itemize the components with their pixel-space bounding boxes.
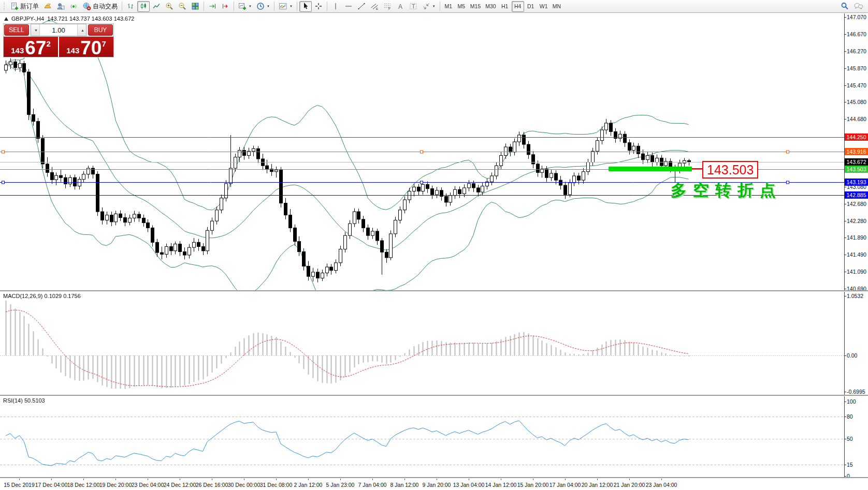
trendline-icon <box>357 2 366 10</box>
chevron-down-icon: ▼ <box>267 5 270 8</box>
pane-separator[interactable] <box>0 395 868 396</box>
tile-windows-button[interactable] <box>189 1 201 12</box>
macd-pane-canvas[interactable] <box>0 291 844 395</box>
price-tick-mark <box>844 51 846 52</box>
price-callout-box[interactable]: 143.503 <box>702 161 758 179</box>
time-axis-label: 14 Jan 12:00 <box>485 482 517 488</box>
fibonacci-button[interactable]: F <box>381 1 394 12</box>
market-watch-button[interactable] <box>41 1 54 12</box>
new-order-button[interactable]: 新订单 <box>8 1 41 12</box>
chat-button[interactable] <box>851 1 866 12</box>
time-axis-label: 13 Jan 04:00 <box>453 482 485 488</box>
price-tick-mark <box>844 237 846 238</box>
auto-scroll-icon <box>208 2 216 10</box>
price-chart-canvas[interactable] <box>0 13 844 291</box>
sell-point: 2 <box>46 40 50 48</box>
time-axis-label: 23 Dec 04:00 <box>132 482 164 488</box>
macd-tick-mark <box>844 296 846 296</box>
text-label-button[interactable]: T <box>407 1 419 12</box>
crosshair-button[interactable] <box>312 1 325 12</box>
candlestick-chart-button[interactable] <box>137 1 150 12</box>
time-axis-label: 15 Dec 2019 <box>4 482 35 488</box>
time-axis-label: 21 Jan 20:00 <box>614 482 645 488</box>
toolbar-grip <box>4 2 6 10</box>
text-a-icon: A <box>397 2 404 10</box>
timeframe-mn-button[interactable]: MN <box>551 1 563 12</box>
search-icon <box>841 2 849 10</box>
zoom-in-button[interactable] <box>163 1 176 12</box>
price-tick-label: 146.670 <box>847 31 866 37</box>
time-axis-label: 7 Jan 04:00 <box>358 482 387 488</box>
timeframe-m1-button[interactable]: M1 <box>442 1 455 12</box>
indicators-icon <box>279 2 287 10</box>
timeframe-m5-button[interactable]: M5 <box>455 1 468 12</box>
rsi-pane-canvas[interactable] <box>0 396 844 478</box>
new-chart-icon <box>238 2 247 10</box>
timeframe-m30-button[interactable]: M30 <box>483 1 498 12</box>
indicators-button[interactable]: ▼ <box>277 1 295 12</box>
signals-button[interactable] <box>67 1 80 12</box>
time-axis-label: 15 Jan 20:00 <box>517 482 549 488</box>
svg-text:A: A <box>398 3 402 10</box>
sell-button[interactable]: SELL <box>4 24 29 36</box>
pane-separator[interactable] <box>0 290 868 292</box>
profile-button[interactable] <box>54 1 67 12</box>
new-order-label: 新订单 <box>20 2 39 11</box>
line-chart-button[interactable] <box>150 1 163 12</box>
price-tick-label: 141.490 <box>847 251 866 258</box>
price-tick-label: 145.870 <box>847 65 866 71</box>
arrows-button[interactable]: ▼ <box>420 1 438 12</box>
macd-tick-label: 1.0532 <box>847 293 863 299</box>
zoom-out-button[interactable] <box>176 1 189 12</box>
rsi-tick-label: 50 <box>847 436 853 442</box>
price-badge: 142.885 <box>845 191 868 199</box>
auto-trading-button[interactable]: 自动交易 <box>80 1 120 12</box>
timeframe-h4-button[interactable]: H4 <box>512 1 524 12</box>
bar-chart-button[interactable] <box>124 1 137 12</box>
volume-decrease-button[interactable]: ▼ <box>31 24 40 36</box>
price-tick-label: 142.680 <box>847 201 866 207</box>
timeframe-h1-button[interactable]: H1 <box>499 1 511 12</box>
support-highlight-bar[interactable] <box>609 167 692 171</box>
horizontal-line-button[interactable] <box>342 1 355 12</box>
time-axis-label: 23 Jan 04:00 <box>646 482 677 488</box>
trendline-button[interactable] <box>355 1 368 12</box>
chart-shift-button[interactable] <box>219 1 232 12</box>
text-button[interactable]: A <box>394 1 407 12</box>
sell-price-panel[interactable]: 143 67 2 <box>4 37 58 57</box>
time-axis-label: 17 Jan 04:00 <box>549 482 581 488</box>
auto-scroll-button[interactable] <box>206 1 219 12</box>
vertical-line-button[interactable] <box>329 1 342 12</box>
timeframe-d1-button[interactable]: D1 <box>525 1 537 12</box>
volume-increase-button[interactable]: ▲ <box>77 24 86 36</box>
pivot-note-text[interactable]: 多空转折点 <box>671 180 782 201</box>
channel-icon: E <box>370 2 379 10</box>
equidistant-channel-button[interactable]: E <box>368 1 381 12</box>
volume-input[interactable] <box>40 26 77 35</box>
chart-title: GBPJPY-,H4 143.721 143.737 143.603 143.6… <box>4 16 134 22</box>
svg-text:E: E <box>376 7 378 10</box>
cursor-button[interactable] <box>299 1 312 12</box>
sell-big-figure: 143 <box>11 47 24 54</box>
price-tick-mark <box>844 255 846 255</box>
time-axis-label: 5 Jan 23:00 <box>326 482 355 488</box>
time-axis-label: 18 Dec 12:00 <box>67 482 99 488</box>
price-tick-mark <box>844 68 846 69</box>
price-tick-label: 141.090 <box>847 269 866 275</box>
search-button[interactable] <box>838 1 851 12</box>
bar-chart-icon <box>126 2 135 10</box>
toolbar-separator <box>234 2 234 11</box>
buy-button[interactable]: BUY <box>88 24 113 36</box>
tile-windows-icon <box>191 2 199 10</box>
text-label-icon: T <box>409 2 417 10</box>
new-chart-button[interactable]: ▼ <box>236 1 254 12</box>
time-axis-label: 30 Dec 00:00 <box>228 482 260 488</box>
timeframe-w1-button[interactable]: W1 <box>538 1 550 12</box>
collapse-icon[interactable] <box>4 17 8 21</box>
periods-button[interactable]: ▼ <box>254 1 272 12</box>
toolbar: 新订单 自动交易 <box>0 0 868 13</box>
time-axis-label: 26 Dec 16:00 <box>196 482 228 488</box>
buy-price-panel[interactable]: 143 70 7 <box>59 37 113 57</box>
timeframe-m15-button[interactable]: M15 <box>468 1 483 12</box>
price-tick-label: 144.680 <box>847 116 866 122</box>
